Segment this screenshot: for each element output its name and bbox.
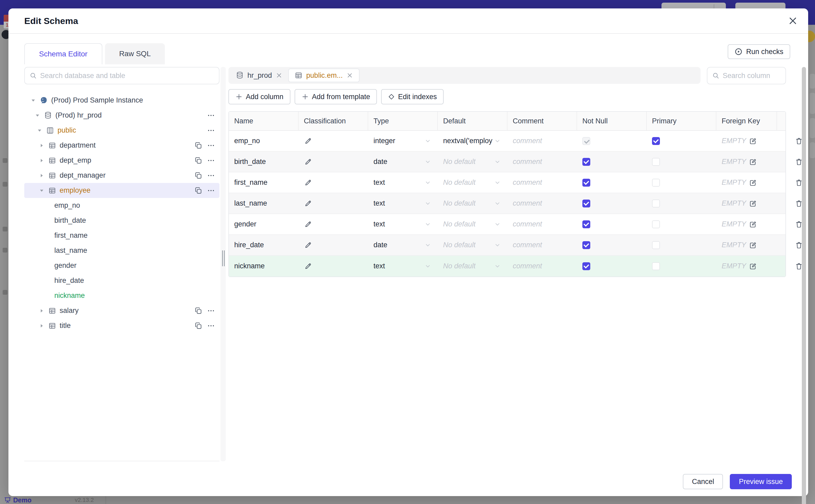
classification-edit-icon[interactable]: [304, 220, 312, 229]
type-select[interactable]: text: [368, 214, 438, 234]
type-select[interactable]: integer: [368, 131, 438, 151]
run-checks-button[interactable]: Run checks: [728, 44, 790, 59]
classification-edit-icon[interactable]: [304, 178, 312, 187]
edit-indexes-button[interactable]: Edit indexes: [381, 89, 444, 104]
tree-item[interactable]: first_name: [24, 228, 219, 243]
column-search-input[interactable]: [723, 72, 815, 80]
add-from-template-button[interactable]: Add from template: [294, 89, 377, 104]
more-options-icon[interactable]: [207, 186, 215, 195]
modal-scrollbar[interactable]: [802, 67, 806, 504]
primary-checkbox[interactable]: [652, 179, 660, 187]
tree-item[interactable]: birth_date: [24, 213, 219, 228]
not-null-checkbox[interactable]: [582, 241, 590, 249]
tree-item[interactable]: public: [24, 123, 219, 138]
tab-schema-editor[interactable]: Schema Editor: [24, 43, 102, 64]
tree-item[interactable]: department: [24, 138, 219, 153]
copy-icon[interactable]: [194, 186, 202, 195]
close-tab-icon[interactable]: [276, 72, 282, 79]
primary-checkbox[interactable]: [652, 220, 660, 228]
primary-checkbox[interactable]: [652, 137, 660, 145]
tree-item[interactable]: title: [24, 318, 219, 333]
tree-item[interactable]: hire_date: [24, 273, 219, 288]
close-tab-icon[interactable]: [346, 72, 353, 79]
tree-item[interactable]: dept_emp: [24, 153, 219, 168]
edit-foreign-key-icon[interactable]: [749, 241, 757, 249]
tab-chip-public-employee[interactable]: public.em...: [288, 69, 359, 82]
more-options-icon[interactable]: [207, 322, 215, 330]
not-null-checkbox[interactable]: [582, 220, 590, 228]
type-select[interactable]: text: [368, 256, 438, 277]
more-options-icon[interactable]: [207, 156, 215, 165]
tree-item[interactable]: last_name: [24, 243, 219, 258]
caret-icon[interactable]: [38, 322, 45, 329]
comment-input[interactable]: comment: [513, 262, 542, 270]
default-select[interactable]: nextval('employ: [438, 131, 508, 151]
default-select[interactable]: No default: [438, 256, 508, 277]
preview-issue-button[interactable]: Preview issue: [730, 474, 792, 489]
caret-icon[interactable]: [36, 127, 43, 134]
tree-item[interactable]: gender: [24, 258, 219, 273]
caret-icon[interactable]: [38, 142, 45, 149]
copy-icon[interactable]: [194, 141, 202, 150]
edit-foreign-key-icon[interactable]: [749, 158, 757, 166]
classification-edit-icon[interactable]: [304, 199, 312, 208]
add-column-button[interactable]: Add column: [228, 89, 290, 104]
edit-foreign-key-icon[interactable]: [749, 137, 757, 145]
comment-input[interactable]: comment: [513, 220, 542, 228]
caret-icon[interactable]: [38, 172, 45, 179]
tree-item[interactable]: nickname: [24, 288, 219, 303]
not-null-checkbox[interactable]: [582, 179, 590, 187]
edit-foreign-key-icon[interactable]: [749, 199, 757, 208]
not-null-checkbox[interactable]: [582, 158, 590, 166]
comment-input[interactable]: comment: [513, 158, 542, 166]
not-null-checkbox[interactable]: [582, 262, 590, 270]
caret-icon[interactable]: [38, 157, 45, 164]
default-select[interactable]: No default: [438, 235, 508, 255]
default-select[interactable]: No default: [438, 193, 508, 214]
caret-icon[interactable]: [38, 307, 45, 314]
not-null-checkbox[interactable]: [582, 200, 590, 207]
column-name[interactable]: first_name: [234, 178, 267, 187]
column-name[interactable]: gender: [234, 220, 256, 228]
more-options-icon[interactable]: [207, 111, 215, 120]
type-select[interactable]: date: [368, 152, 438, 172]
classification-edit-icon[interactable]: [304, 262, 312, 270]
tree-item[interactable]: (Prod) Prod Sample Instance: [24, 93, 219, 108]
column-name[interactable]: last_name: [234, 199, 267, 207]
cancel-button[interactable]: Cancel: [683, 474, 723, 489]
tree-item[interactable]: salary: [24, 303, 219, 318]
comment-input[interactable]: comment: [513, 178, 542, 187]
column-name[interactable]: birth_date: [234, 158, 266, 166]
tree-item[interactable]: emp_no: [24, 198, 219, 213]
caret-icon[interactable]: [30, 97, 37, 104]
primary-checkbox[interactable]: [652, 241, 660, 249]
caret-icon[interactable]: [38, 187, 45, 194]
classification-edit-icon[interactable]: [304, 137, 312, 145]
tree-search-input[interactable]: [40, 72, 214, 80]
comment-input[interactable]: comment: [513, 137, 542, 145]
classification-edit-icon[interactable]: [304, 241, 312, 249]
column-name[interactable]: nickname: [234, 262, 265, 270]
type-select[interactable]: text: [368, 172, 438, 193]
more-options-icon[interactable]: [207, 141, 215, 150]
classification-edit-icon[interactable]: [304, 158, 312, 166]
comment-input[interactable]: comment: [513, 199, 542, 207]
copy-icon[interactable]: [194, 156, 202, 165]
panel-resize-handle[interactable]: [222, 250, 225, 266]
primary-checkbox[interactable]: [652, 200, 660, 207]
default-select[interactable]: No default: [438, 152, 508, 172]
copy-icon[interactable]: [194, 171, 202, 180]
edit-foreign-key-icon[interactable]: [749, 262, 757, 270]
column-name[interactable]: emp_no: [234, 137, 260, 145]
caret-icon[interactable]: [34, 112, 41, 119]
type-select[interactable]: date: [368, 235, 438, 255]
more-options-icon[interactable]: [207, 307, 215, 315]
default-select[interactable]: No default: [438, 172, 508, 193]
primary-checkbox[interactable]: [652, 158, 660, 166]
tree-item[interactable]: dept_manager: [24, 168, 219, 183]
not-null-checkbox[interactable]: [582, 137, 590, 145]
edit-foreign-key-icon[interactable]: [749, 178, 757, 187]
primary-checkbox[interactable]: [652, 262, 660, 270]
tab-raw-sql[interactable]: Raw SQL: [105, 43, 165, 64]
copy-icon[interactable]: [194, 307, 202, 315]
